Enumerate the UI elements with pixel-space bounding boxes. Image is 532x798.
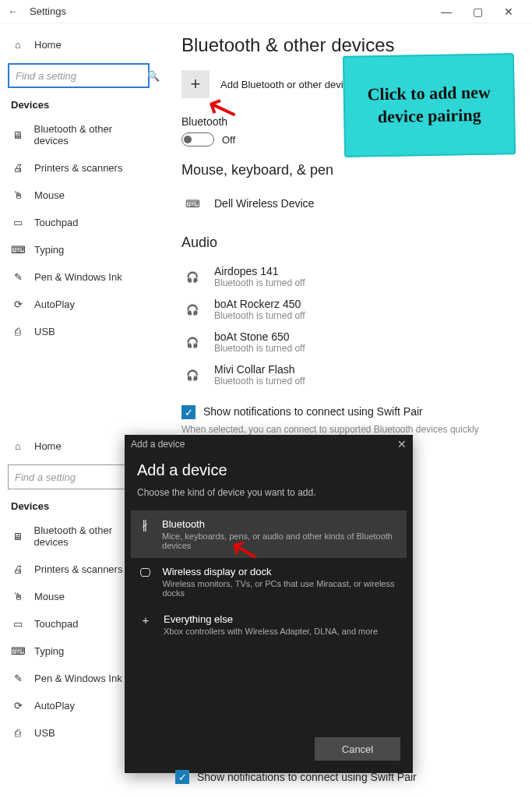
device-row[interactable]: 🎧 boAt Rockerz 450Bluetooth is turned of… — [181, 293, 518, 326]
sidebar-item-usb[interactable]: ⎙USB — [5, 318, 153, 345]
home-icon: ⌂ — [11, 39, 25, 51]
home-icon: ⌂ — [11, 440, 25, 452]
titlebar: ← Settings — ▢ ✕ — [0, 0, 532, 23]
sidebar-section-label: Devices — [11, 99, 146, 111]
bluetooth-state: Off — [222, 134, 235, 146]
sidebar-item-label: Printers & scanners — [34, 563, 122, 575]
dialog-header-title: Add a device — [131, 439, 185, 450]
sidebar-item-label: Bluetooth & other devices — [34, 123, 146, 147]
sidebar-home-label: Home — [34, 440, 62, 452]
devices-icon: 🖥 — [11, 129, 25, 141]
sidebar-item-label: Typing — [34, 645, 64, 657]
minimize-button[interactable]: — — [431, 5, 462, 18]
sidebar-item-autoplay[interactable]: ⟳AutoPlay — [5, 291, 153, 318]
sidebar-item-mouse[interactable]: 🖱Mouse — [5, 182, 153, 209]
device-name: Dell Wireless Device — [214, 197, 314, 210]
option-name: Bluetooth — [162, 518, 400, 530]
sidebar-item-label: Typing — [34, 244, 64, 256]
touchpad-icon: ▭ — [11, 618, 25, 630]
mouse-icon: 🖱 — [11, 591, 25, 602]
app-title: Settings — [30, 5, 66, 17]
device-name: boAt Rockerz 450 — [214, 298, 305, 310]
dialog-option-wireless[interactable]: 🖵 Wireless display or dockWireless monit… — [131, 558, 407, 606]
sidebar-item-label: Pen & Windows Ink — [34, 271, 122, 283]
headphones-icon: 🎧 — [181, 331, 203, 353]
usb-icon: ⎙ — [11, 727, 25, 739]
maximize-button[interactable]: ▢ — [462, 5, 493, 18]
headphones-icon: 🎧 — [181, 266, 203, 288]
sidebar: ⌂ Home 🔍 Devices 🖥Bluetooth & other devi… — [0, 23, 157, 353]
dialog-option-bluetooth[interactable]: ∦ BluetoothMice, keyboards, pens, or aud… — [131, 510, 407, 558]
dialog-close-icon[interactable]: ✕ — [397, 438, 407, 450]
device-status: Bluetooth is turned off — [214, 310, 305, 321]
device-status: Bluetooth is turned off — [214, 376, 305, 387]
bluetooth-icon: ∦ — [137, 518, 153, 550]
sidebar-item-label: AutoPlay — [34, 700, 75, 711]
sidebar-item-label: Mouse — [34, 591, 65, 602]
back-icon[interactable]: ← — [8, 5, 23, 17]
devices-icon: 🖥 — [11, 531, 25, 542]
sidebar-item-printers[interactable]: 🖨Printers & scanners — [5, 154, 153, 182]
option-name: Everything else — [164, 613, 378, 625]
typing-icon: ⌨ — [11, 244, 25, 256]
autoplay-icon: ⟳ — [11, 700, 25, 711]
swift-pair-row-lower[interactable]: ✓ Show notifications to connect using Sw… — [175, 770, 532, 784]
dialog-title: Add a device — [137, 461, 400, 479]
sidebar-item-bluetooth[interactable]: 🖥Bluetooth & other devices — [5, 115, 153, 154]
touchpad-icon: ▭ — [11, 217, 25, 228]
annotation-callout: Click to add new device pairing — [343, 53, 516, 157]
swift-pair-checkbox[interactable]: ✓ — [175, 770, 189, 784]
display-icon: 🖵 — [137, 566, 153, 598]
swift-pair-row[interactable]: ✓ Show notifications to connect using Sw… — [181, 405, 518, 419]
keyboard-icon: ⌨ — [181, 192, 203, 214]
sidebar-item-typing[interactable]: ⌨Typing — [5, 236, 153, 263]
cancel-button[interactable]: Cancel — [315, 737, 400, 761]
usb-icon: ⎙ — [11, 326, 25, 337]
option-desc: Wireless monitors, TVs, or PCs that use … — [162, 579, 400, 598]
device-row[interactable]: 🎧 Airdopes 141Bluetooth is turned off — [181, 260, 518, 293]
swift-pair-label: Show notifications to connect using Swif… — [203, 405, 423, 418]
page-title: Bluetooth & other devices — [181, 34, 518, 56]
device-status: Bluetooth is turned off — [214, 343, 305, 354]
sidebar-item-label: USB — [34, 326, 55, 337]
sidebar-home[interactable]: ⌂ Home — [5, 31, 153, 58]
typing-icon: ⌨ — [11, 645, 25, 657]
sidebar-item-label: USB — [34, 727, 55, 739]
bluetooth-toggle[interactable] — [181, 132, 214, 147]
dialog-option-everything[interactable]: + Everything elseXbox controllers with W… — [131, 606, 407, 644]
swift-pair-label: Show notifications to connect using Swif… — [197, 771, 417, 783]
device-name: boAt Stone 650 — [214, 330, 305, 343]
add-device-dialog: Add a device ✕ Add a device Choose the k… — [125, 435, 413, 773]
device-name: Airdopes 141 — [214, 265, 305, 277]
mouse-icon: 🖱 — [11, 189, 25, 201]
sidebar-item-label: AutoPlay — [34, 298, 75, 310]
device-row[interactable]: 🎧 boAt Stone 650Bluetooth is turned off — [181, 326, 518, 358]
headphones-icon: 🎧 — [181, 364, 203, 386]
printer-icon: 🖨 — [11, 162, 25, 174]
pen-icon: ✎ — [11, 673, 25, 684]
option-desc: Mice, keyboards, pens, or audio and othe… — [162, 531, 400, 550]
sidebar-item-pen[interactable]: ✎Pen & Windows Ink — [5, 263, 153, 291]
plus-icon: + — [191, 74, 201, 94]
sidebar-item-label: Printers & scanners — [34, 162, 122, 174]
section-mkb: Mouse, keyboard, & pen — [181, 162, 518, 178]
autoplay-icon: ⟳ — [11, 298, 25, 310]
sidebar-item-label: Mouse — [34, 189, 65, 201]
search-input[interactable] — [16, 70, 147, 82]
sidebar-item-label: Touchpad — [34, 618, 78, 630]
close-button[interactable]: ✕ — [493, 5, 524, 18]
sidebar-search[interactable]: 🔍 — [8, 63, 150, 88]
sidebar-item-touchpad[interactable]: ▭Touchpad — [5, 209, 153, 236]
headphones-icon: 🎧 — [181, 298, 203, 320]
device-status: Bluetooth is turned off — [214, 277, 305, 288]
swift-pair-checkbox[interactable]: ✓ — [181, 405, 196, 419]
option-name: Wireless display or dock — [162, 566, 400, 577]
search-icon: 🔍 — [147, 70, 160, 82]
add-button[interactable]: + — [181, 70, 210, 98]
sidebar-home-label: Home — [34, 39, 62, 51]
device-row[interactable]: 🎧 Mivi Collar FlashBluetooth is turned o… — [181, 358, 518, 391]
device-row[interactable]: ⌨ Dell Wireless Device — [181, 188, 518, 219]
pen-icon: ✎ — [11, 271, 25, 283]
device-name: Mivi Collar Flash — [214, 363, 305, 376]
dialog-header: Add a device ✕ — [125, 435, 413, 454]
